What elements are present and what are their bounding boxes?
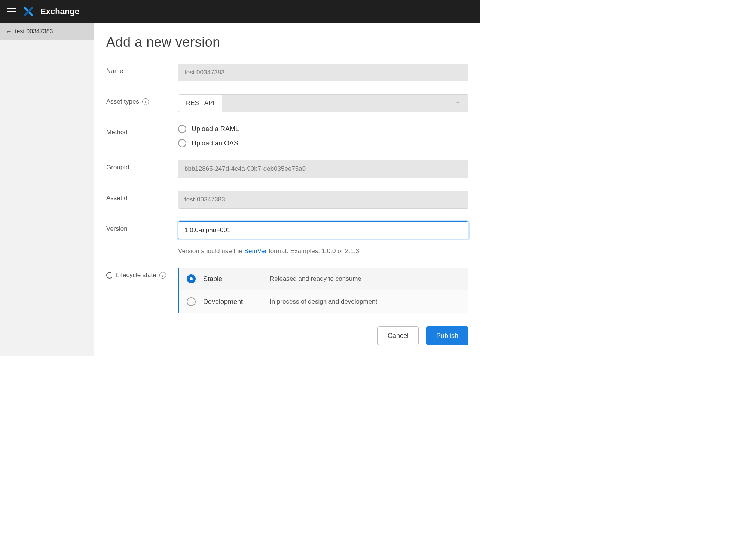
radio-icon bbox=[178, 125, 186, 133]
sidebar: ← test 00347383 bbox=[0, 23, 94, 356]
asset-types-select[interactable]: REST API ﹀ bbox=[178, 94, 468, 112]
form-footer: Cancel Publish bbox=[106, 326, 468, 345]
back-breadcrumb[interactable]: ← test 00347383 bbox=[0, 23, 94, 40]
method-upload-oas[interactable]: Upload an OAS bbox=[178, 139, 468, 147]
hint-text: format. Examples: 1.0.0 or 2.1.3 bbox=[267, 247, 359, 255]
radio-icon bbox=[187, 297, 196, 306]
label-asset-types: Asset types i bbox=[106, 94, 178, 105]
label-groupid: GroupId bbox=[106, 160, 178, 171]
label-assetid: AssetId bbox=[106, 191, 178, 202]
page-title: Add a new version bbox=[106, 34, 468, 50]
arrow-left-icon: ← bbox=[5, 28, 12, 36]
state-name: Development bbox=[203, 298, 262, 306]
label-method: Method bbox=[106, 125, 178, 136]
info-icon[interactable]: i bbox=[159, 272, 166, 279]
label-version: Version bbox=[106, 221, 178, 233]
hint-text: Version should use the bbox=[178, 247, 244, 255]
groupid-input bbox=[178, 160, 468, 178]
breadcrumb-label: test 00347383 bbox=[15, 28, 53, 35]
asset-types-label-text: Asset types bbox=[106, 98, 139, 105]
asset-types-selected: REST API bbox=[178, 95, 222, 112]
lifecycle-table: Stable Released and ready to consume Dev… bbox=[178, 268, 468, 313]
method-option-label: Upload an OAS bbox=[192, 139, 238, 147]
state-name: Stable bbox=[203, 275, 262, 283]
publish-button[interactable]: Publish bbox=[426, 326, 468, 345]
chevron-down-icon: ﹀ bbox=[448, 100, 468, 107]
semver-link[interactable]: SemVer bbox=[244, 247, 267, 255]
cancel-button[interactable]: Cancel bbox=[378, 326, 419, 345]
lifecycle-label-text: Lifecycle state bbox=[116, 271, 156, 279]
method-upload-raml[interactable]: Upload a RAML bbox=[178, 125, 468, 133]
radio-icon bbox=[178, 139, 186, 147]
info-icon[interactable]: i bbox=[142, 98, 149, 105]
main-content: Add a new version Name Asset types i RES… bbox=[94, 23, 480, 356]
app-title: Exchange bbox=[40, 7, 79, 16]
label-lifecycle: Lifecycle state i bbox=[106, 268, 178, 279]
state-desc: Released and ready to consume bbox=[270, 275, 361, 283]
version-input[interactable] bbox=[178, 221, 468, 239]
method-option-label: Upload a RAML bbox=[192, 125, 239, 133]
assetid-input bbox=[178, 191, 468, 209]
app-logo bbox=[23, 6, 34, 17]
top-bar: Exchange bbox=[0, 0, 480, 23]
version-hint: Version should use the SemVer format. Ex… bbox=[178, 247, 468, 255]
radio-checked-icon bbox=[187, 274, 196, 283]
menu-icon[interactable] bbox=[7, 8, 16, 15]
name-input bbox=[178, 64, 468, 81]
lifecycle-stable[interactable]: Stable Released and ready to consume bbox=[179, 268, 468, 290]
label-name: Name bbox=[106, 64, 178, 75]
cycle-icon bbox=[106, 272, 113, 279]
lifecycle-development[interactable]: Development In process of design and dev… bbox=[179, 290, 468, 313]
state-desc: In process of design and development bbox=[270, 298, 377, 305]
